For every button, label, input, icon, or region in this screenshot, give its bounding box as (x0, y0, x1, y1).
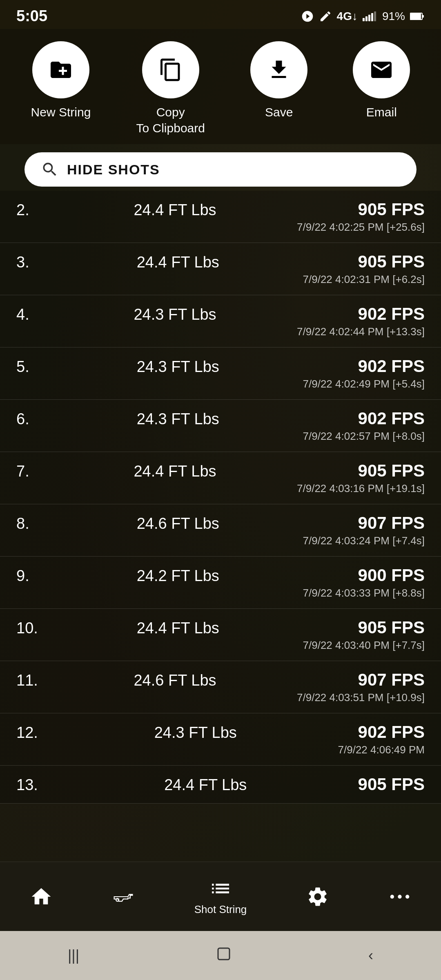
shot-number: 9. (16, 566, 53, 585)
shot-fps: 905 FPS (358, 618, 425, 637)
battery-text: 91% (382, 10, 405, 23)
new-string-button[interactable]: New String (31, 41, 91, 120)
back-button[interactable]: ‹ (368, 947, 373, 964)
shot-number: 7. (16, 461, 53, 480)
home-icon (30, 885, 53, 908)
search-bar[interactable]: HIDE SHOTS (24, 152, 416, 187)
nav-more[interactable] (380, 881, 419, 912)
shot-number: 12. (16, 722, 53, 742)
shot-row[interactable]: 11. 24.6 FT Lbs 907 FPS 7/9/22 4:03:51 P… (0, 661, 441, 713)
svg-rect-1 (365, 16, 368, 21)
email-icon (369, 58, 394, 82)
shot-row[interactable]: 12. 24.3 FT Lbs 902 FPS 7/9/22 4:06:49 P… (0, 713, 441, 766)
shot-row[interactable]: 6. 24.3 FT Lbs 902 FPS 7/9/22 4:02:57 PM… (0, 400, 441, 452)
shot-row[interactable]: 8. 24.6 FT Lbs 907 FPS 7/9/22 4:03:24 PM… (0, 504, 441, 557)
copy-icon-circle (142, 41, 199, 98)
shot-row[interactable]: 13. 24.4 FT Lbs 905 FPS (0, 766, 441, 804)
svg-point-9 (390, 895, 394, 898)
shot-fps: 905 FPS (358, 775, 425, 794)
nav-settings[interactable] (298, 881, 337, 912)
shot-fps: 907 FPS (358, 513, 425, 533)
copy-clipboard-label: CopyTo Clipboard (136, 104, 205, 136)
shot-timestamp: 7/9/22 4:06:49 PM (338, 744, 425, 756)
copy-icon (158, 58, 183, 82)
status-bar: 5:05 4G↓ 91% (0, 0, 441, 29)
save-button[interactable]: Save (250, 41, 307, 120)
shot-number: 5. (16, 356, 53, 376)
shot-right: 907 FPS 7/9/22 4:03:24 PM [+7.4s] (303, 513, 425, 547)
shot-timestamp: 7/9/22 4:02:57 PM [+8.0s] (303, 430, 425, 443)
shot-fps: 902 FPS (358, 722, 425, 742)
svg-rect-12 (218, 948, 229, 960)
status-time: 5:05 (16, 7, 47, 25)
shot-energy: 24.6 FT Lbs (53, 513, 303, 532)
shot-right: 902 FPS 7/9/22 4:02:57 PM [+8.0s] (303, 409, 425, 443)
svg-rect-0 (363, 18, 365, 21)
nav-shot-string[interactable]: Shot String (186, 873, 255, 920)
shot-fps: 900 FPS (358, 566, 425, 585)
shot-right: 905 FPS (358, 775, 425, 794)
nav-home[interactable] (22, 881, 61, 912)
shot-right: 905 FPS 7/9/22 4:02:25 PM [+25.6s] (297, 200, 425, 234)
shot-fps: 902 FPS (358, 304, 425, 324)
shot-string-label: Shot String (194, 903, 247, 916)
shot-row[interactable]: 9. 24.2 FT Lbs 900 FPS 7/9/22 4:03:33 PM… (0, 557, 441, 609)
save-label: Save (265, 104, 293, 120)
svg-point-10 (398, 895, 402, 898)
shot-fps: 905 FPS (358, 461, 425, 481)
shot-right: 900 FPS 7/9/22 4:03:33 PM [+8.8s] (303, 566, 425, 599)
home-sys-icon (215, 945, 233, 963)
copy-clipboard-button[interactable]: CopyTo Clipboard (136, 41, 205, 136)
shot-energy: 24.4 FT Lbs (53, 775, 358, 794)
nav-gun[interactable] (104, 881, 143, 912)
action-buttons: New String CopyTo Clipboard Save (0, 29, 441, 144)
save-icon-circle (250, 41, 307, 98)
shot-list: 2. 24.4 FT Lbs 905 FPS 7/9/22 4:02:25 PM… (0, 191, 441, 862)
new-string-label: New String (31, 104, 91, 120)
shot-number: 3. (16, 252, 53, 271)
shot-right: 905 FPS 7/9/22 4:03:16 PM [+19.1s] (297, 461, 425, 495)
shot-row[interactable]: 7. 24.4 FT Lbs 905 FPS 7/9/22 4:03:16 PM… (0, 452, 441, 504)
svg-point-11 (405, 895, 409, 898)
shot-right: 902 FPS 7/9/22 4:06:49 PM (338, 722, 425, 756)
battery-icon (410, 12, 425, 20)
recent-apps-button[interactable]: ||| (68, 947, 79, 964)
network-icon: 4G↓ (337, 10, 358, 23)
settings-icon (306, 885, 329, 908)
email-button[interactable]: Email (353, 41, 410, 120)
shot-energy: 24.3 FT Lbs (53, 304, 297, 323)
notification-icon (301, 10, 314, 23)
shot-energy: 24.4 FT Lbs (53, 252, 303, 271)
shot-row[interactable]: 10. 24.4 FT Lbs 905 FPS 7/9/22 4:03:40 P… (0, 609, 441, 661)
bottom-nav: Shot String (0, 862, 441, 931)
gun-icon (112, 885, 135, 908)
shot-right: 907 FPS 7/9/22 4:03:51 PM [+10.9s] (297, 670, 425, 704)
shot-timestamp: 7/9/22 4:03:24 PM [+7.4s] (303, 535, 425, 547)
shot-energy: 24.4 FT Lbs (53, 200, 297, 219)
email-label: Email (366, 104, 397, 120)
shot-timestamp: 7/9/22 4:03:51 PM [+10.9s] (297, 691, 425, 704)
system-nav: ||| ‹ (0, 931, 441, 980)
shot-energy: 24.4 FT Lbs (53, 461, 297, 480)
email-icon-circle (353, 41, 410, 98)
shot-energy: 24.3 FT Lbs (53, 409, 303, 428)
svg-rect-3 (371, 13, 373, 21)
search-icon (41, 160, 59, 178)
shot-fps: 907 FPS (358, 670, 425, 690)
shot-timestamp: 7/9/22 4:03:16 PM [+19.1s] (297, 482, 425, 495)
more-icon (388, 885, 411, 908)
home-button[interactable] (215, 945, 233, 967)
shot-energy: 24.4 FT Lbs (53, 618, 303, 637)
shot-row[interactable]: 3. 24.4 FT Lbs 905 FPS 7/9/22 4:02:31 PM… (0, 243, 441, 295)
shot-row[interactable]: 5. 24.3 FT Lbs 902 FPS 7/9/22 4:02:49 PM… (0, 347, 441, 400)
shot-row[interactable]: 2. 24.4 FT Lbs 905 FPS 7/9/22 4:02:25 PM… (0, 191, 441, 243)
svg-point-8 (116, 898, 119, 901)
shot-timestamp: 7/9/22 4:02:31 PM [+6.2s] (303, 273, 425, 286)
shot-right: 902 FPS 7/9/22 4:02:49 PM [+5.4s] (303, 356, 425, 390)
shot-row[interactable]: 4. 24.3 FT Lbs 902 FPS 7/9/22 4:02:44 PM… (0, 295, 441, 347)
shot-number: 6. (16, 409, 53, 428)
shot-number: 4. (16, 304, 53, 323)
shot-timestamp: 7/9/22 4:03:40 PM [+7.7s] (303, 639, 425, 652)
shot-number: 11. (16, 670, 53, 689)
svg-rect-6 (410, 13, 421, 19)
